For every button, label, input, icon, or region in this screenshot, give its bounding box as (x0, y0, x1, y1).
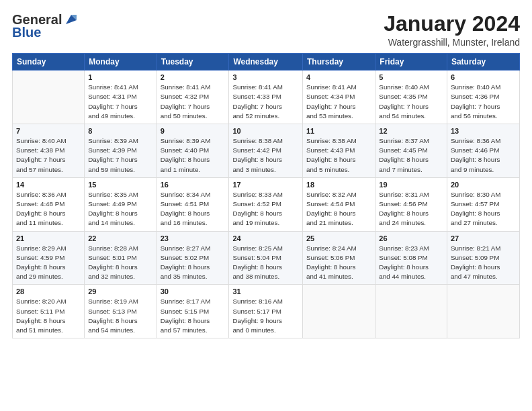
day-info: Sunrise: 8:39 AMSunset: 4:40 PMDaylight:… (161, 136, 226, 175)
table-row: 9Sunrise: 8:39 AMSunset: 4:40 PMDaylight… (157, 124, 229, 178)
day-number: 10 (232, 127, 299, 135)
table-row: 26Sunrise: 8:23 AMSunset: 5:08 PMDayligh… (375, 231, 447, 285)
table-row: 15Sunrise: 8:35 AMSunset: 4:49 PMDayligh… (85, 177, 157, 231)
day-info: Sunrise: 8:40 AMSunset: 4:36 PMDaylight:… (451, 83, 516, 121)
day-info: Sunrise: 8:28 AMSunset: 5:01 PMDaylight:… (88, 244, 152, 282)
day-number: 2 (161, 73, 226, 81)
day-info: Sunrise: 8:40 AMSunset: 4:38 PMDaylight:… (16, 136, 81, 175)
day-info: Sunrise: 8:20 AMSunset: 5:11 PMDaylight:… (16, 297, 81, 335)
table-row: 18Sunrise: 8:32 AMSunset: 4:54 PMDayligh… (303, 177, 375, 231)
day-info: Sunrise: 8:33 AMSunset: 4:52 PMDaylight:… (232, 190, 299, 228)
day-info: Sunrise: 8:36 AMSunset: 4:46 PMDaylight:… (451, 136, 516, 175)
table-row: 14Sunrise: 8:36 AMSunset: 4:48 PMDayligh… (13, 177, 85, 231)
logo: General Blue (12, 12, 78, 39)
day-info: Sunrise: 8:16 AMSunset: 5:17 PMDaylight:… (232, 297, 299, 335)
day-number: 26 (379, 234, 443, 242)
day-info: Sunrise: 8:41 AMSunset: 4:33 PMDaylight:… (232, 83, 299, 121)
table-row (303, 285, 375, 338)
table-row: 25Sunrise: 8:24 AMSunset: 5:06 PMDayligh… (303, 231, 375, 285)
logo-blue: Blue (12, 26, 78, 39)
header: General Blue January 2024 Watergrasshill… (12, 12, 520, 48)
table-row: 24Sunrise: 8:25 AMSunset: 5:04 PMDayligh… (229, 231, 303, 285)
day-number: 27 (451, 234, 516, 242)
day-number: 15 (88, 181, 152, 189)
day-info: Sunrise: 8:35 AMSunset: 4:49 PMDaylight:… (88, 190, 152, 228)
page: General Blue January 2024 Watergrasshill… (0, 0, 532, 411)
day-number: 6 (451, 73, 516, 81)
table-row: 10Sunrise: 8:38 AMSunset: 4:42 PMDayligh… (229, 124, 303, 178)
day-info: Sunrise: 8:23 AMSunset: 5:08 PMDaylight:… (379, 244, 443, 282)
day-number: 24 (232, 234, 299, 242)
calendar-week-row: 28Sunrise: 8:20 AMSunset: 5:11 PMDayligh… (13, 285, 520, 338)
table-row: 30Sunrise: 8:17 AMSunset: 5:15 PMDayligh… (157, 285, 229, 338)
day-info: Sunrise: 8:27 AMSunset: 5:02 PMDaylight:… (161, 244, 226, 282)
calendar-week-row: 14Sunrise: 8:36 AMSunset: 4:48 PMDayligh… (13, 177, 520, 231)
day-number: 16 (161, 181, 226, 189)
table-row: 16Sunrise: 8:34 AMSunset: 4:51 PMDayligh… (157, 177, 229, 231)
day-info: Sunrise: 8:31 AMSunset: 4:56 PMDaylight:… (379, 190, 443, 228)
table-row: 17Sunrise: 8:33 AMSunset: 4:52 PMDayligh… (229, 177, 303, 231)
day-number: 9 (161, 127, 226, 135)
table-row: 8Sunrise: 8:39 AMSunset: 4:39 PMDaylight… (85, 124, 157, 178)
day-info: Sunrise: 8:37 AMSunset: 4:45 PMDaylight:… (379, 136, 443, 175)
day-info: Sunrise: 8:19 AMSunset: 5:13 PMDaylight:… (88, 297, 152, 335)
day-number: 14 (16, 181, 81, 189)
day-number: 23 (161, 234, 226, 242)
day-number: 28 (16, 287, 81, 295)
day-info: Sunrise: 8:41 AMSunset: 4:34 PMDaylight:… (306, 83, 371, 121)
day-number: 31 (232, 287, 299, 295)
calendar-week-row: 1Sunrise: 8:41 AMSunset: 4:31 PMDaylight… (13, 71, 520, 124)
table-row: 1Sunrise: 8:41 AMSunset: 4:31 PMDaylight… (85, 71, 157, 124)
day-info: Sunrise: 8:32 AMSunset: 4:54 PMDaylight:… (306, 190, 371, 228)
table-row: 31Sunrise: 8:16 AMSunset: 5:17 PMDayligh… (229, 285, 303, 338)
day-info: Sunrise: 8:34 AMSunset: 4:51 PMDaylight:… (161, 190, 226, 228)
day-number: 30 (161, 287, 226, 295)
day-number: 12 (379, 127, 443, 135)
day-info: Sunrise: 8:38 AMSunset: 4:43 PMDaylight:… (306, 136, 371, 175)
table-row: 4Sunrise: 8:41 AMSunset: 4:34 PMDaylight… (303, 71, 375, 124)
day-number: 1 (88, 73, 152, 81)
table-row (447, 285, 519, 338)
day-info: Sunrise: 8:29 AMSunset: 4:59 PMDaylight:… (16, 244, 81, 282)
table-row: 6Sunrise: 8:40 AMSunset: 4:36 PMDaylight… (447, 71, 519, 124)
table-row: 19Sunrise: 8:31 AMSunset: 4:56 PMDayligh… (375, 177, 447, 231)
col-sunday: Sunday (13, 54, 85, 71)
calendar-week-row: 21Sunrise: 8:29 AMSunset: 4:59 PMDayligh… (13, 231, 520, 285)
day-info: Sunrise: 8:25 AMSunset: 5:04 PMDaylight:… (232, 244, 299, 282)
logo-icon (63, 12, 78, 27)
day-number: 22 (88, 234, 152, 242)
table-row (375, 285, 447, 338)
table-row: 5Sunrise: 8:40 AMSunset: 4:35 PMDaylight… (375, 71, 447, 124)
day-number: 19 (379, 181, 443, 189)
table-row: 2Sunrise: 8:41 AMSunset: 4:32 PMDaylight… (157, 71, 229, 124)
table-row: 11Sunrise: 8:38 AMSunset: 4:43 PMDayligh… (303, 124, 375, 178)
month-title: January 2024 (384, 12, 520, 36)
day-number: 5 (379, 73, 443, 81)
calendar-table: Sunday Monday Tuesday Wednesday Thursday… (12, 53, 520, 338)
title-block: January 2024 Watergrasshill, Munster, Ir… (384, 12, 520, 48)
day-number: 4 (306, 73, 371, 81)
col-wednesday: Wednesday (229, 54, 303, 71)
day-number: 3 (232, 73, 299, 81)
table-row: 28Sunrise: 8:20 AMSunset: 5:11 PMDayligh… (13, 285, 85, 338)
col-saturday: Saturday (447, 54, 519, 71)
day-number: 25 (306, 234, 371, 242)
day-info: Sunrise: 8:30 AMSunset: 4:57 PMDaylight:… (451, 190, 516, 228)
day-number: 11 (306, 127, 371, 135)
day-number: 21 (16, 234, 81, 242)
table-row: 21Sunrise: 8:29 AMSunset: 4:59 PMDayligh… (13, 231, 85, 285)
table-row: 3Sunrise: 8:41 AMSunset: 4:33 PMDaylight… (229, 71, 303, 124)
table-row: 23Sunrise: 8:27 AMSunset: 5:02 PMDayligh… (157, 231, 229, 285)
day-number: 13 (451, 127, 516, 135)
table-row: 27Sunrise: 8:21 AMSunset: 5:09 PMDayligh… (447, 231, 519, 285)
day-info: Sunrise: 8:39 AMSunset: 4:39 PMDaylight:… (88, 136, 152, 175)
day-number: 29 (88, 287, 152, 295)
col-monday: Monday (85, 54, 157, 71)
day-number: 7 (16, 127, 81, 135)
day-info: Sunrise: 8:36 AMSunset: 4:48 PMDaylight:… (16, 190, 81, 228)
day-info: Sunrise: 8:38 AMSunset: 4:42 PMDaylight:… (232, 136, 299, 175)
day-info: Sunrise: 8:24 AMSunset: 5:06 PMDaylight:… (306, 244, 371, 282)
col-thursday: Thursday (303, 54, 375, 71)
day-info: Sunrise: 8:21 AMSunset: 5:09 PMDaylight:… (451, 244, 516, 282)
table-row: 29Sunrise: 8:19 AMSunset: 5:13 PMDayligh… (85, 285, 157, 338)
